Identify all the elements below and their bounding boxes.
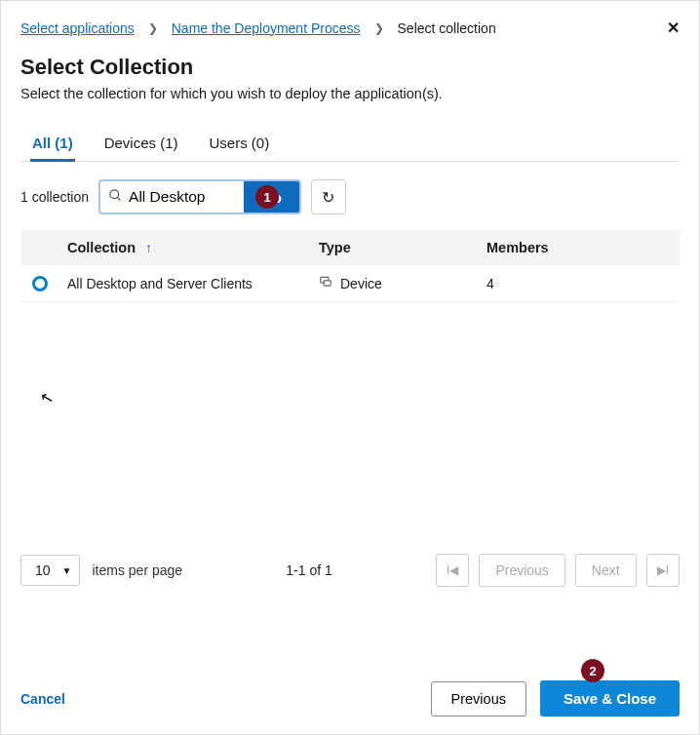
sort-ascending-icon: ↑ (145, 240, 152, 255)
table-header: Collection ↑ Type Members (20, 230, 680, 265)
breadcrumb-select-applications[interactable]: Select applications (20, 20, 135, 36)
refresh-button[interactable]: ↻ (311, 179, 346, 214)
breadcrumb: Select applications ❯ Name the Deploymen… (20, 20, 496, 36)
svg-line-1 (117, 197, 120, 200)
tab-all[interactable]: All (1) (30, 127, 75, 162)
annotation-callout: 2 (581, 659, 604, 682)
page-size-value: 10 (35, 562, 51, 578)
row-name-cell: All Desktop and Server Clients (67, 276, 319, 291)
page-title: Select Collection (20, 55, 680, 80)
breadcrumb-current: Select collection (398, 20, 496, 36)
per-page-label: items per page (92, 562, 182, 578)
device-icon (319, 275, 332, 291)
caret-down-icon: ▼ (62, 565, 72, 576)
column-header-collection[interactable]: Collection ↑ (67, 240, 319, 255)
svg-point-0 (110, 190, 119, 199)
row-type-cell: Device (319, 275, 486, 291)
page-description: Select the collection for which you wish… (20, 86, 680, 101)
refresh-icon: ↻ (322, 188, 334, 207)
search-icon (108, 188, 123, 206)
row-type-label: Device (340, 276, 382, 291)
row-members-cell: 4 (486, 276, 654, 291)
go-button[interactable]: Go (244, 181, 299, 213)
svg-rect-3 (324, 281, 331, 286)
page-range: 1-1 of 1 (286, 562, 331, 578)
close-icon: ✕ (667, 19, 680, 36)
last-page-icon: ▶I (657, 563, 669, 577)
search-group: Go (98, 179, 301, 214)
tab-users[interactable]: Users (0) (208, 127, 272, 161)
result-count: 1 collection (20, 189, 89, 205)
next-page-button[interactable]: Next (575, 554, 637, 587)
column-header-label: Collection (67, 240, 136, 255)
breadcrumb-name-deployment[interactable]: Name the Deployment Process (172, 20, 361, 36)
pagination-bar: 10 ▼ items per page 1-1 of 1 I◀ Previous… (20, 554, 680, 587)
cancel-button[interactable]: Cancel (20, 691, 65, 707)
last-page-button[interactable]: ▶I (646, 554, 680, 587)
table-body[interactable]: All Desktop and Server Clients Device 4 (20, 265, 680, 538)
first-page-icon: I◀ (447, 563, 458, 577)
page-size-select[interactable]: 10 ▼ (20, 555, 80, 586)
previous-page-button[interactable]: Previous (479, 554, 564, 587)
table-row[interactable]: All Desktop and Server Clients Device 4 (20, 265, 680, 302)
tab-bar: All (1) Devices (1) Users (0) (20, 127, 680, 162)
save-and-close-button[interactable]: Save & Close (540, 680, 680, 716)
column-header-type[interactable]: Type (319, 240, 486, 255)
wizard-previous-button[interactable]: Previous (431, 681, 526, 716)
first-page-button[interactable]: I◀ (436, 554, 469, 587)
search-input[interactable] (129, 181, 236, 213)
column-header-members[interactable]: Members (486, 240, 654, 255)
close-button[interactable]: ✕ (667, 19, 680, 37)
tab-devices[interactable]: Devices (1) (102, 127, 180, 161)
radio-select[interactable] (32, 276, 48, 291)
chevron-right-icon: ❯ (148, 21, 158, 35)
chevron-right-icon: ❯ (374, 21, 384, 35)
